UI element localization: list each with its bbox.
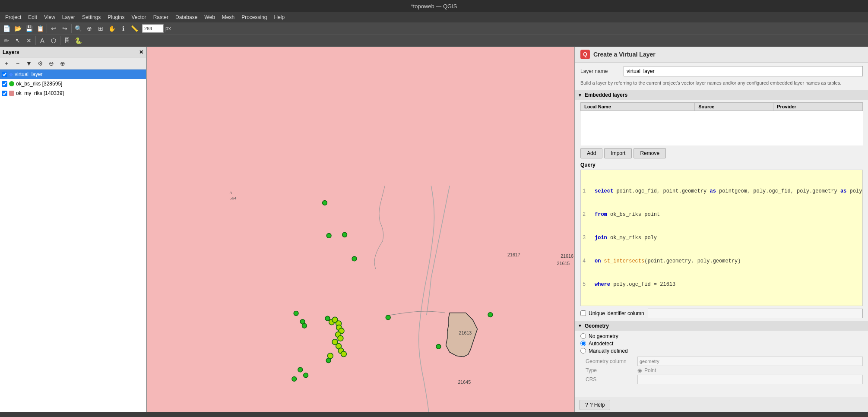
tb-deselect[interactable]: ✕: [24, 35, 34, 46]
tb-zoom-full[interactable]: 🔍: [73, 23, 83, 34]
embedded-layers-section[interactable]: ▼ Embedded layers: [575, 90, 868, 100]
layer-item-virtual[interactable]: ◆ virtual_layer: [0, 70, 146, 79]
menu-help[interactable]: Help: [271, 13, 288, 21]
tb-open[interactable]: 📂: [13, 23, 23, 34]
add-embedded-btn[interactable]: Add: [580, 148, 602, 158]
layer-icon-my-riks: [9, 91, 14, 96]
layer-check-my-riks[interactable]: [2, 91, 7, 96]
menu-processing[interactable]: Processing: [238, 13, 270, 21]
layers-panel: Layers ✕ + − ▼ ⚙ ⊖ ⊕ ◆ virtual_layer ok_…: [0, 47, 147, 412]
point-10: [298, 367, 303, 372]
menu-web[interactable]: Web: [201, 13, 218, 21]
layer-item-my-riks[interactable]: ok_my_riks [140339]: [0, 88, 146, 98]
layer-name-label: Layer name: [580, 68, 624, 74]
title-bar: *topoweb — QGIS: [0, 0, 868, 12]
tb-python[interactable]: 🐍: [73, 35, 83, 46]
tb-undo[interactable]: ↩: [48, 23, 59, 34]
point-sel-4: [336, 325, 342, 331]
query-line-3: 3 join ok_my_riks poly: [583, 234, 861, 242]
tb-feature[interactable]: ⬡: [48, 35, 59, 46]
dialog-icon: Q: [580, 50, 590, 59]
menu-database[interactable]: Database: [172, 13, 201, 21]
embedded-table-body: [581, 111, 863, 145]
sep5: [60, 36, 60, 45]
help-icon: ?: [585, 402, 588, 408]
tb-db[interactable]: 🗄: [62, 35, 72, 46]
layers-close-btn[interactable]: ✕: [139, 49, 143, 55]
menu-mesh[interactable]: Mesh: [219, 13, 238, 21]
dialog-body: Layer name Build a layer by referring to…: [575, 63, 868, 397]
tb-digitize[interactable]: ✏: [1, 35, 12, 46]
help-button[interactable]: ? ? Help: [580, 400, 610, 410]
tb-select[interactable]: ↖: [13, 35, 23, 46]
point-5: [294, 311, 298, 316]
layers-list: ◆ virtual_layer ok_bs_riks [328595] ok_m…: [0, 70, 146, 412]
manually-defined-radio[interactable]: [580, 348, 586, 354]
menu-view[interactable]: View: [41, 13, 59, 21]
query-editor[interactable]: 1 select point.ogc_fid, point.geometry a…: [580, 170, 863, 306]
query-label: Query: [580, 162, 863, 168]
tb-new[interactable]: 📄: [1, 23, 12, 34]
road-path: [390, 311, 445, 315]
query-line-1: 1 select point.ogc_fid, point.geometry a…: [583, 187, 861, 195]
embedded-buttons: Add Import Remove: [580, 148, 863, 158]
layer-check-virtual[interactable]: [2, 72, 7, 77]
import-embedded-btn[interactable]: Import: [604, 148, 632, 158]
tb-pan[interactable]: ✋: [107, 23, 117, 34]
label-21617: 21617: [507, 252, 520, 257]
layer-remove-btn[interactable]: −: [13, 58, 23, 69]
point-4: [352, 256, 357, 261]
menu-settings[interactable]: Settings: [79, 13, 104, 21]
tb-zoom-selection[interactable]: ⊞: [95, 23, 106, 34]
unique-identifier-check[interactable]: [580, 310, 586, 316]
menu-vector[interactable]: Vector: [128, 13, 150, 21]
layer-expand-btn[interactable]: ⊕: [57, 58, 68, 69]
layer-filter-btn[interactable]: ▼: [24, 58, 34, 69]
menu-edit[interactable]: Edit: [25, 13, 41, 21]
autodetect-label: Autodetect: [589, 341, 613, 347]
tb-label[interactable]: A: [37, 35, 48, 46]
dialog-icon-text: Q: [583, 51, 587, 57]
label-21645: 21645: [458, 379, 471, 385]
layer-item-bs-riks[interactable]: ok_bs_riks [328595]: [0, 79, 146, 88]
geometry-section[interactable]: ▼ Geometry: [575, 321, 868, 331]
layer-collapse-btn[interactable]: ⊖: [46, 58, 57, 69]
geo-type-label: Type: [586, 367, 637, 373]
tb-zoom-layer[interactable]: ⊕: [84, 23, 95, 34]
menu-raster[interactable]: Raster: [150, 13, 172, 21]
point-12: [292, 377, 297, 382]
label-21613: 21613: [459, 330, 472, 335]
main-content: Layers ✕ + − ▼ ⚙ ⊖ ⊕ ◆ virtual_layer ok_…: [0, 47, 868, 412]
tb-redo[interactable]: ↪: [60, 23, 70, 34]
geometry-label: Geometry: [585, 323, 609, 329]
geo-crs-input[interactable]: [637, 375, 863, 384]
point-sel-6: [336, 332, 341, 338]
layer-settings-btn[interactable]: ⚙: [35, 58, 45, 69]
autodetect-radio[interactable]: [580, 341, 586, 346]
zoom-level-input[interactable]: [142, 24, 164, 33]
tb-save-as[interactable]: 📋: [35, 23, 45, 34]
unique-identifier-input[interactable]: [648, 309, 863, 318]
geo-column-input[interactable]: [637, 357, 863, 366]
point-6: [300, 319, 305, 324]
toolbar-row-2: ✏ ↖ ✕ A ⬡ 🗄 🐍: [0, 35, 868, 47]
remove-embedded-btn[interactable]: Remove: [634, 148, 666, 158]
layer-check-bs-riks[interactable]: [2, 81, 7, 87]
no-geometry-radio[interactable]: [580, 333, 586, 339]
linenum-4: 4: [583, 257, 591, 265]
map-area[interactable]: 21617 21616 21615 21613 21645 3 564: [147, 47, 574, 412]
dialog-description: Build a layer by referring to the curren…: [580, 80, 863, 86]
tb-measure[interactable]: 📏: [129, 23, 139, 34]
layer-name-input[interactable]: [624, 66, 863, 76]
unique-identifier-row: Unique identifier column: [580, 309, 863, 318]
tb-save[interactable]: 💾: [24, 23, 34, 34]
col-provider: Provider: [773, 103, 863, 111]
tb-identify[interactable]: ℹ: [118, 23, 128, 34]
layer-add-btn[interactable]: +: [1, 58, 12, 69]
query-line-4: 4 on st_intersects(point.geometry, poly.…: [583, 257, 861, 265]
dialog-title: Create a Virtual Layer: [593, 51, 656, 58]
menu-project[interactable]: Project: [2, 13, 25, 21]
menu-plugins[interactable]: Plugins: [104, 13, 128, 21]
menu-layer[interactable]: Layer: [59, 13, 79, 21]
label-3: 3: [229, 190, 231, 195]
